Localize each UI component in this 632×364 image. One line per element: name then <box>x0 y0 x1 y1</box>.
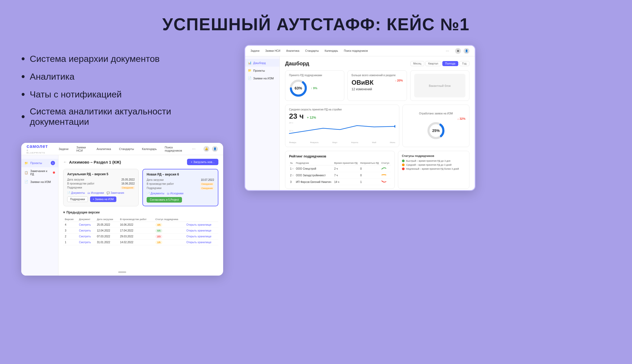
sidebar-item-applications[interactable]: 📄 Заявки на ИЗМ <box>21 178 58 186</box>
nav-standards[interactable]: Стандарты <box>119 147 134 151</box>
status-medium-label: Средний – время принятия РД до 3 дней <box>406 164 452 166</box>
projects-badge: 1 <box>51 161 55 165</box>
period-quarter[interactable]: Квартал <box>425 61 441 66</box>
vacant-block: Вакантный блок <box>414 74 465 97</box>
ver-num: 2 <box>63 234 77 239</box>
scroll-indicator <box>118 271 126 273</box>
stat1-percent: 63% <box>295 86 302 90</box>
rnav-analytics[interactable]: Аналитика <box>286 49 299 52</box>
fast-dot <box>402 160 405 162</box>
ver-doc-link[interactable]: Смотреть <box>79 223 91 226</box>
stat1-main: 63% ↑ 9% <box>289 79 340 97</box>
contractors-button[interactable]: Подрядчики <box>67 196 88 202</box>
speed-card: Средняя скорость принятия РД на стройке … <box>285 105 399 147</box>
nav-analytics[interactable]: Аналитика <box>96 147 111 151</box>
rnav-icons: ⊞ 👤 <box>455 48 469 54</box>
back-arrow[interactable]: ← <box>63 160 67 164</box>
r-num: 3 <box>289 179 295 185</box>
prev-versions-title: Предыдущие версии <box>66 211 100 214</box>
r-status <box>380 179 391 185</box>
feature-item-2: Аналитика <box>21 71 223 83</box>
rnav-search[interactable]: Поиск подрядчиков <box>344 49 368 52</box>
current-rd-date-label: Дата загрузки <box>67 178 84 181</box>
current-rd-actions: Подрядчики + Заявка на ИЗМ <box>67 196 135 202</box>
new-rd-sources-link[interactable]: 🗂 Исходники <box>167 192 183 195</box>
rth-num: № <box>289 161 295 165</box>
remarks-icon: 📋 <box>24 171 28 174</box>
left-app-body: 📁 Проекты 1 📋 Замечания к РД 📄 Заявки на… <box>21 155 223 276</box>
nav-tasks[interactable]: Задачи <box>59 147 69 151</box>
current-rd-card: Актуальная РД – версия 5 Дата загрузки 2… <box>63 169 139 206</box>
stat-card-rd-accepted: Принято РД подрядчиками 63% <box>285 70 344 101</box>
ver-open-link[interactable]: Открыть хранилище <box>186 223 211 226</box>
chart-area: 24 ч 12 ч <box>289 122 395 140</box>
speed-chart <box>289 122 395 138</box>
current-rd-remarks-link[interactable]: 💬 Замечания <box>107 191 124 194</box>
period-year[interactable]: Год <box>459 61 469 66</box>
rnav-calendar[interactable]: Календарь <box>325 49 338 52</box>
rsidebar-projects[interactable]: 📁 Проекты <box>245 67 279 74</box>
ver-date-prod: 17.04.2022 <box>118 228 154 234</box>
nav-nsi[interactable]: Заявки НСИ <box>77 146 89 152</box>
sidebar-item-projects[interactable]: 📁 Проекты 1 <box>21 159 58 167</box>
period-month[interactable]: Месяц <box>410 61 424 66</box>
middle-row: Средняя скорость принятия РД на стройке … <box>285 105 469 147</box>
rnav-more[interactable]: ··· <box>446 49 449 53</box>
r-time: 7 ч <box>333 172 359 179</box>
r-status <box>380 165 391 172</box>
prev-versions-arrow: ▾ <box>63 211 65 214</box>
rsidebar-dashboard[interactable]: 📊 Дашборд <box>245 59 279 67</box>
new-rd-docs-link[interactable]: 📄 Документы <box>147 192 164 195</box>
izm-application-button[interactable]: + Заявка на ИЗМ <box>90 196 116 202</box>
ver-open-link[interactable]: Открыть хранилище <box>186 241 211 244</box>
ver-open-link[interactable]: Открыть хранилище <box>186 229 211 232</box>
status-legend-fast: Быстрый – время принятия РД до 3 дня <box>402 160 465 162</box>
rnav-icon-2[interactable]: 👤 <box>464 48 469 54</box>
rth-status: Статус <box>380 161 391 165</box>
current-rd-contractor-status: Ожидание <box>121 186 135 189</box>
vacant-text: Вакантный блок <box>429 84 451 87</box>
rating-title: Рейтинг подрядчиков <box>289 154 391 158</box>
r-time: 2 ч <box>333 165 359 172</box>
new-rd-title: Новая РД – версия 6 <box>147 173 214 176</box>
agree-button[interactable]: Согласовать в 5.Project <box>147 197 182 203</box>
new-rd-actions: Согласовать в 5.Project <box>147 197 214 203</box>
ovivk-change: - 20% <box>395 79 403 82</box>
upload-button[interactable]: + Загрузить нов... <box>187 159 218 165</box>
speed-row: 23 ч + 12% <box>289 112 395 122</box>
ver-doc-link[interactable]: Смотреть <box>79 235 91 238</box>
nav-search[interactable]: Поиск подрядчиков <box>165 146 184 152</box>
nav-icon-user[interactable]: 👤 <box>212 146 218 152</box>
speed-title: Средняя скорость принятия РД на стройке <box>289 108 395 111</box>
rnav-tasks[interactable]: Задачи <box>251 49 260 52</box>
ver-doc-link[interactable]: Смотреть <box>79 241 91 244</box>
rsidebar-dashboard-label: Дашборд <box>253 61 266 65</box>
sidebar-item-remarks[interactable]: 📋 Замечания к РД <box>21 167 58 178</box>
nav-more[interactable]: ··· <box>192 147 196 151</box>
right-app-screenshot: Задачи Заявки НСИ Аналитика Стандарты Ка… <box>244 45 476 191</box>
period-halfyear[interactable]: Полгода <box>442 61 459 66</box>
rapplications-icon: 📄 <box>248 76 252 80</box>
stat1-donut: 63% <box>289 79 308 97</box>
nav-calendar[interactable]: Календарь <box>142 147 157 151</box>
rating-row: 2 ↑ ООО Западстройинвест 7 ч 0 <box>289 172 391 179</box>
new-rd-date-value: 10.07.2022 <box>201 178 214 181</box>
rsidebar-applications[interactable]: 📄 Заявки на ИЗМ <box>245 74 279 82</box>
ver-num: 1 <box>63 239 77 245</box>
rnav-nsi[interactable]: Заявки НСИ <box>265 49 281 52</box>
r-name: ООО Спецстрой <box>295 165 333 172</box>
current-rd-sources-link[interactable]: 🗂 Исходники <box>87 191 104 194</box>
rnav-standards[interactable]: Стандарты <box>305 49 319 52</box>
breadcrumb-title: Алхимово – Раздел 1 (КЖ) <box>69 160 121 164</box>
month-feb: Февраль <box>310 141 319 144</box>
ver-date-prod: 29.03.2022 <box>118 234 154 239</box>
rating-row: 3 ИП Фирсов Евгений Никитич 14 ч 1 <box>289 179 391 185</box>
rnav-icon-1[interactable]: ⊞ <box>455 48 461 54</box>
nav-icon-bell[interactable]: 🔔 <box>203 146 209 152</box>
new-rd-prod-field: В производстве работ Ожидание <box>147 182 214 186</box>
ver-open-link[interactable]: Открыть хранилище <box>186 235 211 238</box>
ver-doc-link[interactable]: Смотреть <box>79 229 91 232</box>
current-rd-docs-link[interactable]: 📄 Документы <box>67 191 85 194</box>
processed-percent: 25% <box>432 129 440 133</box>
table-row: 3 Смотреть 12.04.2022 17.04.2022 5/5 Отк… <box>63 228 218 234</box>
